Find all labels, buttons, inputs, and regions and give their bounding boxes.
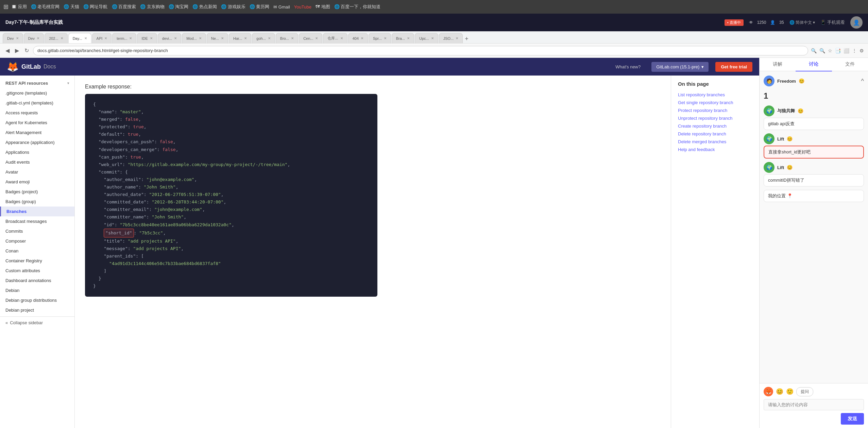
tab-term[interactable]: term...✕ bbox=[112, 33, 136, 43]
bookmark-map[interactable]: 🗺 地图 bbox=[316, 4, 330, 10]
back-button[interactable]: ◀ bbox=[4, 46, 11, 55]
sidebar-item-conan[interactable]: Conan bbox=[0, 246, 74, 256]
ask-button[interactable]: 提问 bbox=[796, 387, 813, 396]
sidebar-item-appearance[interactable]: Appearance (application) bbox=[0, 137, 74, 147]
tab-spr[interactable]: Spr...✕ bbox=[369, 33, 391, 43]
more-icon[interactable]: ⋮ bbox=[852, 48, 857, 53]
tab-bro[interactable]: Bro...✕ bbox=[276, 33, 298, 43]
bookmark-baidu-search[interactable]: 🌐 百度搜索 bbox=[112, 4, 136, 10]
bookmark-apps[interactable]: 🔲 应用 bbox=[11, 4, 27, 10]
gitlab-version-button[interactable]: GitLab.com (15.1-pre) ▾ bbox=[651, 62, 709, 72]
page-link-delete[interactable]: Delete repository branch bbox=[678, 130, 752, 138]
page-link-delete-merged[interactable]: Delete merged branches bbox=[678, 138, 752, 146]
sidebar-item-alert-management[interactable]: Alert Management bbox=[0, 128, 74, 137]
settings-icon[interactable]: ⚙ bbox=[860, 48, 864, 53]
star-icon[interactable]: ☆ bbox=[828, 48, 832, 53]
sidebar-item-agent-kubernetes[interactable]: Agent for Kubernetes bbox=[0, 118, 74, 128]
sidebar-item-container-registry[interactable]: Container Registry bbox=[0, 256, 74, 266]
forward-button[interactable]: ▶ bbox=[14, 46, 20, 55]
tab-ne[interactable]: Ne...✕ bbox=[207, 33, 228, 43]
username-lift1: Lift bbox=[777, 136, 784, 142]
sidebar-item-access-requests[interactable]: Access requests bbox=[0, 108, 74, 118]
sidebar-item-award-emoji[interactable]: Award emoji bbox=[0, 177, 74, 187]
tab-dev2[interactable]: Dev✕ bbox=[24, 33, 44, 43]
send-button[interactable]: 发送 bbox=[841, 413, 864, 425]
bookmark-youtube[interactable]: YouTube bbox=[294, 4, 311, 10]
url-input[interactable]: docs.gitlab.com/ee/api/branches.html#get… bbox=[33, 46, 808, 55]
bookmark-tmall[interactable]: 🌐 天猫 bbox=[64, 4, 79, 10]
get-trial-button[interactable]: Get free trial bbox=[715, 62, 752, 72]
avatar-freedom: 🧑 bbox=[764, 76, 775, 86]
tab-files[interactable]: 文件 bbox=[832, 58, 868, 71]
tab-goh[interactable]: goh...✕ bbox=[252, 33, 275, 43]
page-link-protect[interactable]: Protect repository branch bbox=[678, 106, 752, 114]
sidebar-item-badges-project[interactable]: Badges (project) bbox=[0, 187, 74, 197]
page-link-list[interactable]: List repository branches bbox=[678, 91, 752, 99]
page-link-help[interactable]: Help and feedback bbox=[678, 146, 752, 153]
sidebar-item-gitlab-ci[interactable]: .gitlab-ci.yml (templates) bbox=[0, 98, 74, 108]
smiley-icon[interactable]: 🙂 bbox=[786, 388, 794, 395]
bookmark-huangli[interactable]: 🌐 黄历网 bbox=[250, 4, 270, 10]
sidebar-item-broadcast-messages[interactable]: Broadcast messages bbox=[0, 216, 74, 226]
bookmark-taobao[interactable]: 🌐 淘宝网 bbox=[169, 4, 189, 10]
user-avatar[interactable]: 👤 bbox=[850, 16, 863, 29]
page-link-create[interactable]: Create repository branch bbox=[678, 122, 752, 130]
tab-devi[interactable]: devi...✕ bbox=[158, 33, 181, 43]
emoji-icon-wolf: 😊 bbox=[798, 108, 803, 114]
collapse-label: Collapse sidebar bbox=[10, 320, 43, 325]
gitlab-logo[interactable]: 🦊 GitLab Docs bbox=[7, 61, 56, 72]
bookmark-game[interactable]: 🌐 游戏娱乐 bbox=[221, 4, 245, 10]
tab-warehouse[interactable]: 仓库...✕ bbox=[323, 33, 347, 43]
whats-new-button[interactable]: What's new? bbox=[611, 62, 645, 71]
mobile-view-btn[interactable]: 📱 手机观看 bbox=[820, 19, 845, 26]
emoji-button[interactable]: 😊 bbox=[776, 388, 783, 395]
bookmark-icon[interactable]: 📑 bbox=[835, 48, 841, 53]
sidebar-item-debian-group[interactable]: Debian group distributions bbox=[0, 295, 74, 305]
tab-day[interactable]: Day...✕ bbox=[68, 33, 91, 43]
sidebar-section-header[interactable]: REST API resources ▾ bbox=[0, 78, 74, 88]
sidebar-item-avatar[interactable]: Avatar bbox=[0, 167, 74, 177]
tab-202[interactable]: 202...✕ bbox=[45, 33, 68, 43]
screen-icon[interactable]: ⬜ bbox=[844, 48, 849, 53]
app-grid-icon[interactable]: ⊞ bbox=[3, 3, 8, 11]
tab-cen[interactable]: Cen...✕ bbox=[299, 33, 322, 43]
tab-ide[interactable]: IDE✕ bbox=[137, 33, 157, 43]
bookmark-baidu[interactable]: 🌐 百度一下，你就知道 bbox=[334, 4, 381, 10]
expand-button[interactable]: ^ bbox=[861, 78, 864, 85]
sidebar-item-gitignore[interactable]: .gitignore (templates) bbox=[0, 88, 74, 98]
sidebar-item-custom-attributes[interactable]: Custom attributes bbox=[0, 266, 74, 276]
sidebar-item-applications[interactable]: Applications bbox=[0, 147, 74, 157]
tab-upc[interactable]: Upc...✕ bbox=[415, 33, 438, 43]
page-link-unprotect[interactable]: Unprotect repository branch bbox=[678, 114, 752, 122]
tab-har[interactable]: Har...✕ bbox=[229, 33, 251, 43]
search-icon[interactable]: 🔍 bbox=[811, 48, 817, 53]
tab-lecture[interactable]: 讲解 bbox=[760, 58, 796, 71]
tab-bra[interactable]: Bra...✕ bbox=[392, 33, 414, 43]
tab-discussion[interactable]: 讨论 bbox=[796, 58, 832, 71]
stream-language[interactable]: 🌐 简体中文 ▾ bbox=[789, 20, 815, 26]
tab-404[interactable]: 404✕ bbox=[348, 33, 368, 43]
page-link-get-single[interactable]: Get single repository branch bbox=[678, 99, 752, 106]
bookmark-laomao[interactable]: 🌐 老毛桃官网 bbox=[31, 4, 60, 10]
reload-button[interactable]: ↻ bbox=[23, 46, 30, 55]
tab-dev1[interactable]: Dev✕ bbox=[3, 33, 23, 43]
sidebar-item-badges-group[interactable]: Badges (group) bbox=[0, 197, 74, 207]
tab-json[interactable]: JSO...✕ bbox=[439, 33, 463, 43]
collapse-sidebar-button[interactable]: « Collapse sidebar bbox=[0, 316, 74, 329]
sidebar-item-branches[interactable]: Branches bbox=[0, 207, 74, 216]
bookmark-news[interactable]: 🌐 热点新闻 bbox=[192, 4, 217, 10]
bookmark-jd[interactable]: 🌐 京东购物 bbox=[140, 4, 165, 10]
zoom-icon[interactable]: 🔍 bbox=[819, 48, 825, 53]
bookmark-nav[interactable]: 🌐 网址导航 bbox=[83, 4, 108, 10]
sidebar-item-composer[interactable]: Composer bbox=[0, 236, 74, 246]
chat-input-field[interactable] bbox=[764, 399, 864, 410]
bookmark-gmail[interactable]: ✉ Gmail bbox=[273, 4, 290, 10]
sidebar-item-debian[interactable]: Debian bbox=[0, 285, 74, 295]
tab-mod[interactable]: Mod...✕ bbox=[182, 33, 206, 43]
new-tab-button[interactable]: + bbox=[463, 34, 470, 43]
tab-api[interactable]: API✕ bbox=[92, 33, 112, 43]
sidebar-item-dashboard-annotations[interactable]: Dashboard annotations bbox=[0, 276, 74, 285]
sidebar-item-commits[interactable]: Commits bbox=[0, 226, 74, 236]
sidebar-item-audit-events[interactable]: Audit events bbox=[0, 157, 74, 167]
sidebar-item-debian-project[interactable]: Debian project bbox=[0, 305, 74, 315]
